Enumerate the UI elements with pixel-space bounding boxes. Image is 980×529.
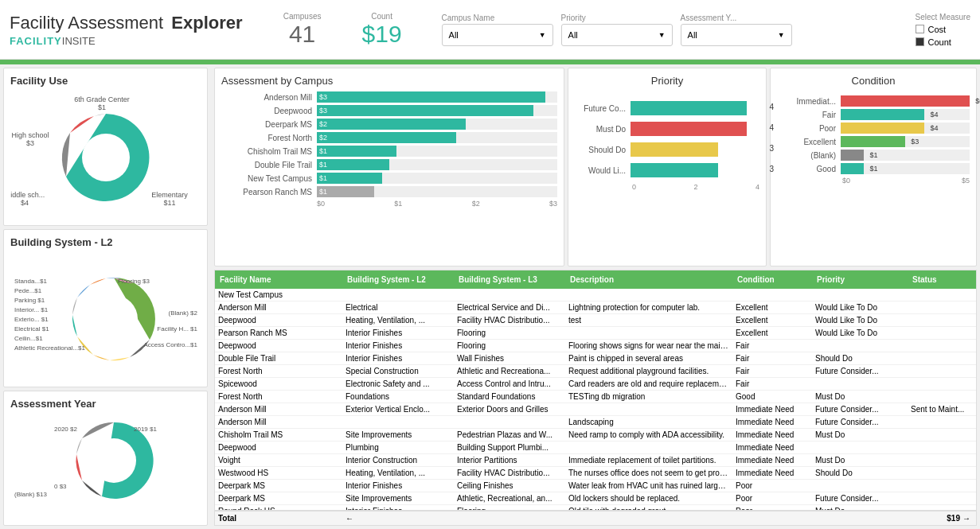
table-row: Anderson MillExterior Vertical Enclo...E… <box>215 403 976 416</box>
table-cell: Access Control and Intru... <box>454 378 565 390</box>
app-title-light: Facility Assessment <box>10 13 163 33</box>
priority-filter: Priority All ▼ <box>561 14 673 46</box>
count-value: $19 <box>362 21 402 48</box>
sixth-grade-segment <box>94 114 106 116</box>
table-cell: Must Do <box>812 429 908 441</box>
logo-insite: INSITE <box>62 35 96 47</box>
table-cell <box>908 429 976 441</box>
table-cell: Electronic Safety and ... <box>342 378 454 390</box>
condition-bars: Immediat... $6 Fair $4 <box>777 91 970 174</box>
table-cell: Plumbing <box>342 441 454 453</box>
would-like-bar: Would Li... 3 <box>575 161 759 179</box>
table-cell <box>908 327 976 339</box>
table-row: Double File TrailInterior FinishesWall F… <box>215 352 976 365</box>
table-cell: Chisholm Trail MS <box>215 429 342 441</box>
table-cell: Old lockers should be replaced. <box>565 492 732 504</box>
flooring-lbl: Flooring $3 <box>118 278 150 285</box>
2019-seg <box>76 438 82 454</box>
bar-row: Deepwood $3 <box>221 105 557 116</box>
table-cell: Fair <box>732 340 812 352</box>
electrical-lbl: Electrical $1 <box>14 325 49 333</box>
count-label: Count <box>371 12 392 21</box>
col-priority: Priority <box>814 274 909 286</box>
building-system-svg: Standa...$1 Pede...$1 Parking $1 Interio… <box>10 255 201 379</box>
excellent-bar: Excellent $3 <box>777 136 970 147</box>
other-year-seg <box>82 422 114 438</box>
col-status: Status <box>909 274 977 286</box>
table-cell: Good <box>732 391 812 403</box>
priority-select[interactable]: All ▼ <box>561 24 673 46</box>
table-row: Anderson MillElectricalElectrical Servic… <box>215 301 976 314</box>
table-cell: Deepwood <box>215 340 342 352</box>
y2019-lbl: 2019 $1 <box>134 426 157 433</box>
table-cell: Future Consider... <box>812 403 908 415</box>
bar-row: Forest North $2 <box>221 132 557 143</box>
table-row: DeepwoodHeating, Ventilation, ...Facilit… <box>215 314 976 327</box>
sixth-grade-value: $1 <box>98 103 106 111</box>
table-cell: Ceiling Finishes <box>454 480 565 492</box>
table-cell: Need ramp to comply with ADA accessibili… <box>565 429 732 441</box>
assessment-year-select[interactable]: All ▼ <box>681 24 792 46</box>
parking-lbl: Parking $1 <box>14 297 45 304</box>
table-cell: Excellent <box>732 314 812 326</box>
fair-bar: Fair $4 <box>777 109 970 120</box>
good-bar: Good $1 <box>777 163 970 174</box>
table-cell: TESTing db migration <box>565 391 732 403</box>
table-cell: Special Construction <box>342 365 454 377</box>
table-cell: Forest North <box>215 391 342 403</box>
col-building-l2: Building System - L2 <box>344 274 455 286</box>
blank-lbl: (Blank) $2 <box>169 309 198 317</box>
table-cell: Deepwood <box>215 314 342 326</box>
bar-row: Deerpark MS $2 <box>221 119 557 130</box>
donut-hole2 <box>90 295 138 343</box>
campuses-metric: Campuses 41 <box>275 12 330 48</box>
facility-use-title: Facility Use <box>10 75 201 87</box>
col-condition: Condition <box>734 274 814 286</box>
table-cell: Sent to Maint... <box>908 403 976 415</box>
table-cell: Anderson Mill <box>215 416 342 428</box>
table-footer: Total ← $19 → <box>215 510 976 525</box>
table-cell: Must Do <box>812 454 908 466</box>
campus-bars: Anderson Mill $3 Deepwood $3 <box>221 91 557 197</box>
logo-brand: FACILITY <box>10 35 62 47</box>
table-cell <box>908 391 976 403</box>
table-body[interactable]: New Test Campus$1Anderson MillElectrical… <box>215 289 976 510</box>
table-cell: The nurses office does not seem to get p… <box>565 467 732 479</box>
immediate-bar: Immediat... $6 <box>777 95 970 107</box>
table-cell <box>908 467 976 479</box>
footer-scroll-left[interactable]: ← <box>346 514 357 523</box>
table-cell: Electrical <box>342 301 454 313</box>
count-measure-option[interactable]: Count <box>916 37 970 47</box>
table-row: Westwood HSHeating, Ventilation, ...Faci… <box>215 467 976 480</box>
facility-use-panel: Facility Use <box>3 68 208 226</box>
table-cell: Voight <box>215 454 342 466</box>
table-cell <box>565 327 732 339</box>
table-row: Chisholm Trail MSSite ImprovementsPedest… <box>215 429 976 441</box>
table-cell: Exterior Vertical Enclo... <box>342 403 454 415</box>
table-cell <box>454 289 565 301</box>
table-cell: Wall Finishes <box>454 352 565 364</box>
col-facility-name: Facility Name <box>217 274 344 286</box>
table-cell <box>908 352 976 364</box>
exterior-lbl: Exterio... $1 <box>14 316 49 323</box>
cost-checkbox[interactable] <box>916 25 924 33</box>
table-cell <box>565 403 732 415</box>
table-cell: test <box>565 314 732 326</box>
cost-measure-option[interactable]: Cost <box>916 25 970 34</box>
cost-label: Cost <box>928 25 947 34</box>
table-cell: Immediate Need <box>732 429 812 441</box>
select-measure-label: Select Measure <box>916 13 970 21</box>
table-cell: Card readers are old and require replace… <box>565 378 732 390</box>
ceiling-lbl: Ceilin...$1 <box>14 335 43 342</box>
table-cell <box>908 314 976 326</box>
table-cell: Immediate Need <box>732 441 812 453</box>
campuses-label: Campuses <box>283 12 322 21</box>
parking-seg <box>72 298 77 315</box>
table-cell <box>908 378 976 390</box>
table-cell: Interior Finishes <box>342 340 454 352</box>
campus-name-select[interactable]: All ▼ <box>442 24 553 46</box>
table-cell: Deerpark MS <box>215 480 342 492</box>
count-checkbox[interactable] <box>916 37 924 46</box>
scroll-right-btn[interactable]: → <box>960 514 973 523</box>
table-cell: Future Consider... <box>812 365 908 377</box>
